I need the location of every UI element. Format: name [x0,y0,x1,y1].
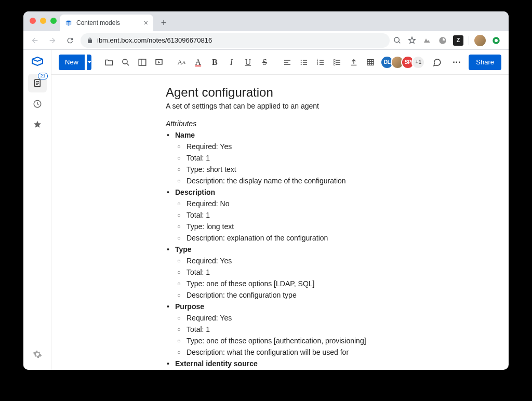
checklist-icon[interactable] [329,55,345,70]
extension-icon-1[interactable] [422,35,432,46]
italic-icon[interactable]: I [223,55,239,70]
list-item: Required: Yes [175,256,477,266]
extension-icon-2[interactable] [437,35,448,46]
list-item: Name Required: Yes Total: 1 Type: short … [166,130,477,186]
svg-rect-11 [139,59,146,65]
list-item: External identity source Required: Yes, … [166,358,477,370]
present-icon[interactable] [151,55,167,70]
folder-icon[interactable] [101,55,117,70]
document-subtitle[interactable]: A set of settings that can be applied to… [166,102,477,110]
layout-icon[interactable] [135,55,150,70]
text-size-icon[interactable]: AA [174,55,189,70]
reload-button[interactable] [63,33,77,48]
share-button[interactable]: Share [469,55,501,70]
svg-point-14 [301,60,302,61]
attributes-list[interactable]: Name Required: Yes Total: 1 Type: short … [166,130,477,370]
list-item: Required: No [175,198,477,209]
left-rail: 21 [23,50,51,370]
address-bar: ibm.ent.box.com/notes/613096670816 Z [23,31,509,50]
list-item: Description: the configuration type [175,290,477,301]
extension-icon-o[interactable] [491,35,501,46]
upload-icon[interactable] [346,55,362,70]
tab-close-button[interactable]: × [144,19,148,27]
svg-line-1 [398,42,400,43]
more-icon[interactable]: ··· [449,55,464,70]
main-area: New AA A B I U S [51,50,509,370]
list-item: Required: Yes [175,313,477,324]
svg-rect-21 [334,61,336,63]
list-item: Purpose Required: Yes Total: 1 Type: one… [166,301,477,358]
list-item: Total: 1 [175,267,477,278]
extension-icon-z[interactable]: Z [453,35,463,46]
list-item: Total: 1 [175,153,477,164]
text-format-group: AA A B I U S [174,55,272,70]
attributes-heading[interactable]: Attributes [166,119,477,128]
close-window-button[interactable] [30,18,36,24]
minimize-window-button[interactable] [40,18,46,24]
svg-rect-20 [334,59,336,61]
strikethrough-icon[interactable]: S [257,55,272,70]
forward-button[interactable] [45,33,60,48]
document-title[interactable]: Agent configuration [166,85,477,100]
number-list-icon[interactable]: 123 [313,55,328,70]
recents-rail-button[interactable] [28,95,47,113]
new-button[interactable]: New [59,55,85,70]
new-dropdown-button[interactable] [87,55,91,70]
back-button[interactable] [28,33,42,48]
list-item: Description Required: No Total: 1 Type: … [166,187,477,244]
collaborator-avatars[interactable]: DL SP +1 [380,56,425,69]
comment-icon[interactable] [429,55,445,70]
list-item: Total: 1 [175,210,477,221]
document-content: Agent configuration A set of settings th… [166,85,477,370]
bookmark-star-icon[interactable] [407,36,417,45]
align-icon[interactable] [280,55,295,70]
bullet-list-icon[interactable] [296,55,312,70]
browser-tab[interactable]: Content models × [60,15,153,31]
list-item: Description: what the configuration will… [175,347,477,358]
svg-line-10 [127,63,129,65]
divider [469,36,469,45]
text-color-icon[interactable]: A [190,55,206,70]
maximize-window-button[interactable] [50,18,57,24]
address-actions: Z [393,35,504,46]
box-logo-icon[interactable] [31,55,44,68]
notes-badge: 21 [38,73,47,79]
url-text: ibm.ent.box.com/notes/613096670816 [97,36,212,44]
settings-rail-button[interactable] [28,345,47,364]
window-controls [30,18,57,24]
collaboration-area: DL SP +1 ··· Share [380,55,501,70]
new-tab-button[interactable]: + [156,16,171,30]
underline-icon[interactable]: U [240,55,256,70]
browser-window: Content models × + ibm.ent.box.com/notes… [23,11,509,370]
app-container: 21 New [23,50,509,370]
favorites-rail-button[interactable] [28,115,47,134]
svg-text:3: 3 [317,63,318,65]
list-item: Description: the display name of the con… [175,176,477,186]
list-item: Required: Yes [175,141,477,152]
bold-icon[interactable]: B [207,55,222,70]
table-icon[interactable] [363,55,378,70]
search-icon[interactable] [118,55,134,70]
list-item: Description: explanation of the configur… [175,233,477,244]
svg-rect-22 [334,63,336,65]
list-item: Total: 1 [175,324,477,335]
lock-icon [87,37,93,44]
svg-point-0 [394,37,399,42]
file-tools-group [101,55,167,70]
paragraph-tools-group: 123 [280,55,378,70]
tab-bar: Content models × + [23,11,509,31]
svg-rect-23 [367,59,374,65]
svg-point-16 [301,64,302,65]
url-field[interactable]: ibm.ent.box.com/notes/613096670816 [81,33,390,48]
zoom-icon[interactable] [393,36,402,45]
avatar-overflow: +1 [411,56,425,69]
notes-rail-button[interactable]: 21 [28,74,47,92]
profile-avatar[interactable] [474,35,486,46]
toolbar: New AA A B I U S [51,50,509,75]
list-item: Type: short text [175,164,477,175]
list-item: Type: one of these options [LDAP, SQL] [175,278,477,289]
list-item: Type Required: Yes Total: 1 Type: one of… [166,244,477,301]
document-area[interactable]: Agent configuration A set of settings th… [51,75,509,370]
box-favicon-icon [65,19,72,26]
list-item: Type: one of these options [authenticati… [175,336,477,346]
